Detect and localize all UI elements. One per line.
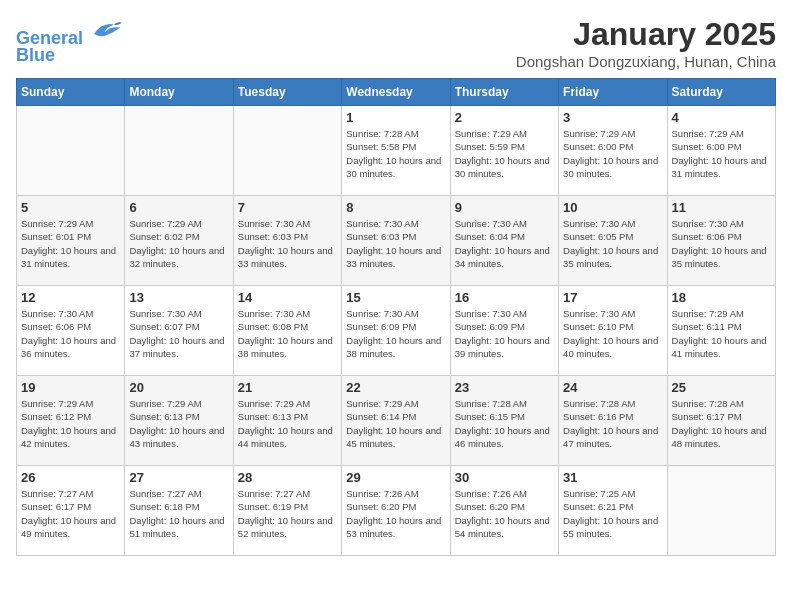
day-number: 10 [563,200,662,215]
day-info: Sunrise: 7:30 AM Sunset: 6:03 PM Dayligh… [346,217,445,270]
daylight-text: Daylight: 10 hours and 30 minutes. [563,155,658,179]
calendar-day-cell: 3 Sunrise: 7:29 AM Sunset: 6:00 PM Dayli… [559,106,667,196]
sunrise-text: Sunrise: 7:30 AM [238,308,310,319]
sunset-text: Sunset: 6:17 PM [21,501,91,512]
sunset-text: Sunset: 6:20 PM [346,501,416,512]
day-info: Sunrise: 7:30 AM Sunset: 6:06 PM Dayligh… [21,307,120,360]
sunrise-text: Sunrise: 7:29 AM [563,128,635,139]
day-number: 17 [563,290,662,305]
day-info: Sunrise: 7:29 AM Sunset: 6:02 PM Dayligh… [129,217,228,270]
sunset-text: Sunset: 6:14 PM [346,411,416,422]
daylight-text: Daylight: 10 hours and 38 minutes. [238,335,333,359]
daylight-text: Daylight: 10 hours and 38 minutes. [346,335,441,359]
calendar-day-cell: 26 Sunrise: 7:27 AM Sunset: 6:17 PM Dayl… [17,466,125,556]
sunset-text: Sunset: 6:13 PM [238,411,308,422]
daylight-text: Daylight: 10 hours and 41 minutes. [672,335,767,359]
daylight-text: Daylight: 10 hours and 35 minutes. [563,245,658,269]
calendar-day-cell [667,466,775,556]
sunset-text: Sunset: 6:07 PM [129,321,199,332]
calendar-day-cell: 22 Sunrise: 7:29 AM Sunset: 6:14 PM Dayl… [342,376,450,466]
day-number: 28 [238,470,337,485]
day-number: 11 [672,200,771,215]
calendar-day-cell: 30 Sunrise: 7:26 AM Sunset: 6:20 PM Dayl… [450,466,558,556]
sunrise-text: Sunrise: 7:29 AM [346,398,418,409]
daylight-text: Daylight: 10 hours and 47 minutes. [563,425,658,449]
sunrise-text: Sunrise: 7:29 AM [672,308,744,319]
calendar-day-cell: 17 Sunrise: 7:30 AM Sunset: 6:10 PM Dayl… [559,286,667,376]
day-number: 23 [455,380,554,395]
sunset-text: Sunset: 6:06 PM [21,321,91,332]
sunset-text: Sunset: 6:08 PM [238,321,308,332]
weekday-header: Wednesday [342,79,450,106]
logo: General Blue [16,16,122,66]
day-info: Sunrise: 7:29 AM Sunset: 5:59 PM Dayligh… [455,127,554,180]
daylight-text: Daylight: 10 hours and 36 minutes. [21,335,116,359]
sunrise-text: Sunrise: 7:29 AM [21,398,93,409]
calendar-day-cell: 25 Sunrise: 7:28 AM Sunset: 6:17 PM Dayl… [667,376,775,466]
calendar-day-cell: 20 Sunrise: 7:29 AM Sunset: 6:13 PM Dayl… [125,376,233,466]
sunrise-text: Sunrise: 7:28 AM [346,128,418,139]
sunset-text: Sunset: 6:03 PM [238,231,308,242]
day-info: Sunrise: 7:29 AM Sunset: 6:12 PM Dayligh… [21,397,120,450]
day-number: 29 [346,470,445,485]
sunset-text: Sunset: 6:06 PM [672,231,742,242]
day-number: 13 [129,290,228,305]
day-number: 19 [21,380,120,395]
daylight-text: Daylight: 10 hours and 33 minutes. [346,245,441,269]
calendar-day-cell [233,106,341,196]
day-info: Sunrise: 7:26 AM Sunset: 6:20 PM Dayligh… [455,487,554,540]
day-info: Sunrise: 7:30 AM Sunset: 6:08 PM Dayligh… [238,307,337,360]
daylight-text: Daylight: 10 hours and 31 minutes. [672,155,767,179]
day-number: 18 [672,290,771,305]
day-info: Sunrise: 7:29 AM Sunset: 6:11 PM Dayligh… [672,307,771,360]
day-number: 2 [455,110,554,125]
weekday-header: Friday [559,79,667,106]
weekday-header: Saturday [667,79,775,106]
calendar-day-cell: 29 Sunrise: 7:26 AM Sunset: 6:20 PM Dayl… [342,466,450,556]
calendar-table: SundayMondayTuesdayWednesdayThursdayFrid… [16,78,776,556]
day-info: Sunrise: 7:28 AM Sunset: 6:15 PM Dayligh… [455,397,554,450]
day-info: Sunrise: 7:30 AM Sunset: 6:03 PM Dayligh… [238,217,337,270]
daylight-text: Daylight: 10 hours and 30 minutes. [346,155,441,179]
day-info: Sunrise: 7:29 AM Sunset: 6:00 PM Dayligh… [672,127,771,180]
sunset-text: Sunset: 6:15 PM [455,411,525,422]
daylight-text: Daylight: 10 hours and 49 minutes. [21,515,116,539]
day-number: 5 [21,200,120,215]
sunrise-text: Sunrise: 7:26 AM [346,488,418,499]
sunrise-text: Sunrise: 7:30 AM [346,218,418,229]
day-info: Sunrise: 7:28 AM Sunset: 6:16 PM Dayligh… [563,397,662,450]
sunset-text: Sunset: 6:04 PM [455,231,525,242]
day-number: 22 [346,380,445,395]
daylight-text: Daylight: 10 hours and 52 minutes. [238,515,333,539]
sunset-text: Sunset: 6:09 PM [455,321,525,332]
calendar-day-cell: 9 Sunrise: 7:30 AM Sunset: 6:04 PM Dayli… [450,196,558,286]
weekday-header: Monday [125,79,233,106]
day-info: Sunrise: 7:30 AM Sunset: 6:04 PM Dayligh… [455,217,554,270]
day-number: 15 [346,290,445,305]
sunset-text: Sunset: 6:10 PM [563,321,633,332]
sunset-text: Sunset: 6:20 PM [455,501,525,512]
day-number: 8 [346,200,445,215]
sunset-text: Sunset: 6:16 PM [563,411,633,422]
calendar-day-cell: 16 Sunrise: 7:30 AM Sunset: 6:09 PM Dayl… [450,286,558,376]
month-title: January 2025 [516,16,776,53]
logo-text: General [16,16,122,49]
calendar-day-cell: 8 Sunrise: 7:30 AM Sunset: 6:03 PM Dayli… [342,196,450,286]
day-number: 31 [563,470,662,485]
calendar-day-cell: 15 Sunrise: 7:30 AM Sunset: 6:09 PM Dayl… [342,286,450,376]
sunset-text: Sunset: 6:02 PM [129,231,199,242]
day-info: Sunrise: 7:30 AM Sunset: 6:05 PM Dayligh… [563,217,662,270]
daylight-text: Daylight: 10 hours and 48 minutes. [672,425,767,449]
day-number: 14 [238,290,337,305]
day-info: Sunrise: 7:27 AM Sunset: 6:19 PM Dayligh… [238,487,337,540]
sunrise-text: Sunrise: 7:30 AM [455,308,527,319]
calendar-day-cell: 28 Sunrise: 7:27 AM Sunset: 6:19 PM Dayl… [233,466,341,556]
day-info: Sunrise: 7:25 AM Sunset: 6:21 PM Dayligh… [563,487,662,540]
sunrise-text: Sunrise: 7:27 AM [129,488,201,499]
sunset-text: Sunset: 6:12 PM [21,411,91,422]
sunset-text: Sunset: 6:21 PM [563,501,633,512]
sunset-text: Sunset: 6:11 PM [672,321,742,332]
daylight-text: Daylight: 10 hours and 43 minutes. [129,425,224,449]
day-info: Sunrise: 7:30 AM Sunset: 6:06 PM Dayligh… [672,217,771,270]
sunrise-text: Sunrise: 7:30 AM [672,218,744,229]
